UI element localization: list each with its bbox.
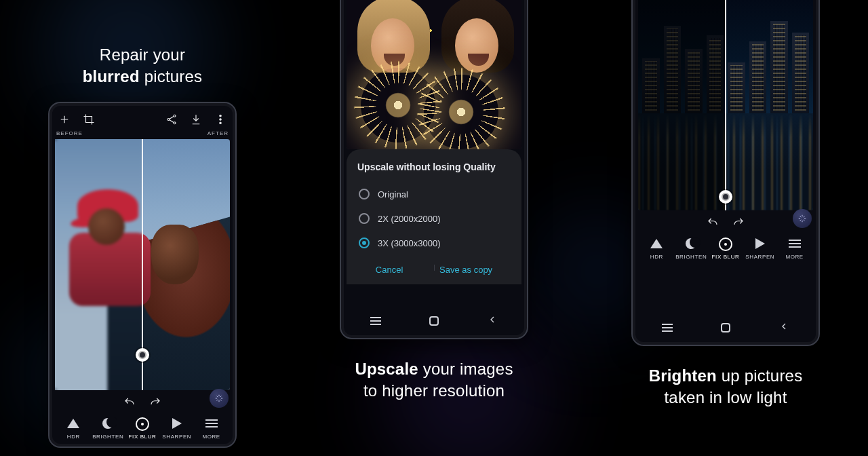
radio-icon [359,213,370,224]
tool-sharpen[interactable]: SHARPEN [743,236,777,260]
tool-hdr[interactable]: HDR [639,236,674,260]
phone-mock-upscale: Upscale without losing Quality Original … [340,0,528,339]
before-after-labels: BEFORE AFTER [55,129,230,139]
tagline-text: pictures [140,67,203,86]
upscale-photo [347,0,521,149]
svg-point-4 [220,119,221,120]
option-label: 2X (2000x2000) [378,214,441,224]
option-original[interactable]: Original [357,182,511,206]
tool-label: FIX BLUR [712,254,740,260]
tagline-text: to higher resolution [363,381,505,400]
compare-slider[interactable] [725,0,726,210]
magic-fab[interactable] [793,209,812,228]
svg-point-0 [174,115,176,117]
svg-point-1 [167,118,170,120]
undo-redo-row [638,210,813,232]
tool-label: MORE [785,254,803,260]
tool-label: BRIGHTEN [92,434,123,440]
tool-label: MORE [202,434,220,440]
tagline-text: Repair your [100,45,185,64]
sheet-title: Upscale without losing Quality [357,162,511,172]
redo-icon[interactable] [149,396,162,409]
undo-icon[interactable] [123,396,136,409]
label-after: AFTER [208,130,229,136]
editor-topbar [55,109,230,129]
option-2x[interactable]: 2X (2000x2000) [357,206,511,231]
nav-home-icon[interactable] [721,323,730,332]
tool-sharpen[interactable]: SHARPEN [159,416,194,440]
tagline-text: up pictures [717,366,802,385]
magic-fab[interactable] [210,389,229,408]
nav-back-icon[interactable] [778,321,789,335]
radio-icon [359,189,370,200]
overflow-icon[interactable] [214,113,227,126]
tool-more[interactable]: MORE [194,416,229,440]
tagline-text: taken in low light [664,388,787,406]
tool-label: BRIGHTEN [675,254,707,260]
option-3x[interactable]: 3X (3000x3000) [357,231,511,255]
nav-home-icon[interactable] [429,316,439,326]
android-navbar [638,316,813,339]
option-label: 3X (3000x3000) [378,238,441,248]
tagline-bold: blurred [83,67,140,86]
tagline-repair: Repair your blurred pictures [83,44,203,88]
crop-icon[interactable] [82,113,96,126]
label-before: BEFORE [56,130,83,136]
tool-hdr[interactable]: HDR [56,416,91,440]
tagline-bold: Brighten [649,366,717,385]
tagline-bold: Upscale [355,360,418,378]
download-icon[interactable] [189,113,203,126]
svg-point-5 [220,122,221,124]
phone-mock-brighten: HDR BRIGHTEN FIX BLUR SHARPEN [631,0,820,346]
tool-label: HDR [67,434,80,440]
save-as-copy-button[interactable]: Save as copy [439,265,492,275]
undo-icon[interactable] [706,216,719,229]
tagline-text: your images [418,360,513,378]
tool-fixblur[interactable]: FIX BLUR [709,238,743,260]
option-label: Original [378,189,408,200]
tool-more[interactable]: MORE [777,236,812,260]
svg-point-3 [220,115,221,116]
nav-back-icon[interactable] [487,314,498,328]
phone-mock-editor: BEFORE AFTER [48,102,237,448]
nav-recent-icon[interactable] [370,317,381,325]
tool-fixblur[interactable]: FIX BLUR [125,417,160,440]
tagline-upscale: Upscale your images to higher resolution [355,358,513,402]
share-icon[interactable] [165,113,178,126]
editor-tools: HDR BRIGHTEN FIX BLUR SHARPEN [55,412,230,441]
tool-label: SHARPEN [745,254,774,260]
tool-label: SHARPEN [162,434,191,440]
svg-point-2 [174,122,176,124]
compare-photo-night[interactable] [638,0,813,210]
tool-brighten[interactable]: BRIGHTEN [91,416,125,440]
redo-icon[interactable] [732,216,745,229]
tool-brighten[interactable]: BRIGHTEN [674,236,709,260]
tool-label: HDR [650,254,663,260]
undo-redo-row [55,390,230,412]
compare-photo[interactable] [55,139,230,390]
upscale-sheet: Upscale without losing Quality Original … [347,149,521,284]
add-icon[interactable] [58,113,71,126]
nav-recent-icon[interactable] [662,324,673,332]
android-navbar [347,309,521,332]
cancel-button[interactable]: Cancel [376,265,403,275]
editor-tools: HDR BRIGHTEN FIX BLUR SHARPEN [638,232,813,261]
tagline-brighten: Brighten up pictures taken in low light [649,365,803,409]
tool-label: FIX BLUR [129,434,157,440]
radio-icon [359,238,370,248]
